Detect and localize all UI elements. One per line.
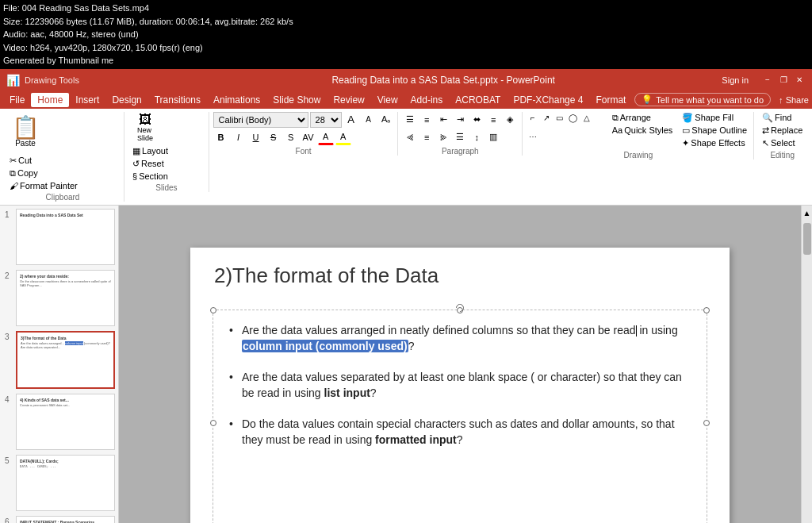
highlight-button[interactable]: A xyxy=(335,129,351,145)
slide-3-body: Are the data values arranged... column i… xyxy=(21,341,110,349)
scroll-up-button[interactable]: ▲ xyxy=(802,206,812,221)
increase-font-button[interactable]: A xyxy=(343,112,359,128)
char-spacing-button[interactable]: AV xyxy=(301,129,316,145)
align-right-button[interactable]: ⫸ xyxy=(435,129,451,145)
font-controls: Calibri (Body) 28 A A Aₐ B I U S S AV xyxy=(213,112,394,145)
text-shadow-button[interactable]: S xyxy=(283,129,299,145)
menu-animations[interactable]: Animations xyxy=(207,93,266,107)
layout-icon: ▦ xyxy=(132,146,140,156)
line-spacing-button[interactable]: ↕ xyxy=(469,129,485,145)
restore-button[interactable]: ❐ xyxy=(777,74,790,87)
menu-format[interactable]: Format xyxy=(589,93,632,107)
arrange-button[interactable]: ⧉ Arrange xyxy=(609,112,676,124)
decrease-font-button[interactable]: A xyxy=(361,112,377,128)
find-button[interactable]: 🔍 Find xyxy=(759,112,806,124)
align-text-button[interactable]: ≡ xyxy=(485,112,501,128)
strikethrough-button[interactable]: S xyxy=(266,129,282,145)
section-button[interactable]: § Section xyxy=(129,171,171,182)
shape-oval[interactable]: ◯ xyxy=(567,112,580,125)
shape-effects-button[interactable]: ✦ Shape Effects xyxy=(679,137,750,149)
vertical-scrollbar[interactable]: ▲ ▼ xyxy=(801,206,812,524)
slide-body-box[interactable]: Are the data values arranged in neatly d… xyxy=(213,310,707,523)
menu-slideshow[interactable]: Slide Show xyxy=(266,93,327,107)
sign-in-button[interactable]: Sign in xyxy=(722,75,749,85)
convert-smartart-button[interactable]: ◈ xyxy=(502,112,518,128)
layout-button[interactable]: ▦ Layout xyxy=(129,145,171,157)
justify-button[interactable]: ☰ xyxy=(452,129,468,145)
menu-review[interactable]: Review xyxy=(327,93,370,107)
select-button[interactable]: ↖ Select xyxy=(759,137,806,149)
bold-list-input: list input xyxy=(324,386,370,399)
align-left-button[interactable]: ⫷ xyxy=(402,129,418,145)
indent-increase-button[interactable]: ⇥ xyxy=(452,112,468,128)
menu-home[interactable]: Home xyxy=(31,93,69,107)
slide-num-4: 4 xyxy=(5,395,10,404)
menu-addins[interactable]: Add-ins xyxy=(404,93,450,107)
slide-thumb-5[interactable]: DATA(NULL); Cards; DATA ... CARDS; ... xyxy=(16,455,115,511)
paste-button[interactable]: 📋 Paste xyxy=(6,112,44,153)
menu-view[interactable]: View xyxy=(371,93,404,107)
clear-format-button[interactable]: Aₐ xyxy=(378,112,394,128)
slide-thumb-6[interactable]: INPUT STATEMENT : Banana Scenarios xyxy=(16,516,115,524)
text-direction-button[interactable]: ⬌ xyxy=(469,112,485,128)
reset-button[interactable]: ↺ Reset xyxy=(129,158,171,170)
columns-button[interactable]: ▥ xyxy=(485,129,501,145)
font-name-select[interactable]: Calibri (Body) xyxy=(213,112,308,128)
rotate-handle[interactable] xyxy=(454,302,466,314)
shape-line[interactable]: ⌐ xyxy=(527,112,539,125)
drawing-label: Drawing xyxy=(624,151,653,160)
replace-button[interactable]: ⇄ Replace xyxy=(759,125,806,137)
menu-transitions[interactable]: Transitions xyxy=(148,93,207,107)
slide-2-body: On the classroom machines there is a som… xyxy=(20,279,111,287)
slide-4-preview: 4) Kinds of SAS data set... Create a per… xyxy=(18,396,113,448)
scroll-thumb[interactable] xyxy=(803,223,811,255)
slide-2-preview: 2) where your data reside: On the classr… xyxy=(18,272,113,324)
copy-button[interactable]: ⧉ Copy xyxy=(6,167,81,179)
handle-mr[interactable] xyxy=(703,420,710,426)
shape-more[interactable]: ⋯ xyxy=(527,131,539,144)
cut-button[interactable]: ✂ Cut xyxy=(6,155,81,167)
shape-arrow[interactable]: ↗ xyxy=(540,112,553,125)
align-center-button[interactable]: ≡ xyxy=(419,129,435,145)
close-button[interactable]: ✕ xyxy=(793,74,806,87)
handle-tr[interactable] xyxy=(703,307,710,313)
menu-insert[interactable]: Insert xyxy=(69,93,105,107)
menu-file[interactable]: File xyxy=(3,93,31,107)
handle-tl[interactable] xyxy=(210,307,216,313)
bold-button[interactable]: B xyxy=(213,129,229,145)
slide-thumb-2[interactable]: 2) where your data reside: On the classr… xyxy=(16,270,115,326)
quick-styles-button[interactable]: Aa Quick Styles xyxy=(609,125,676,136)
menu-design[interactable]: Design xyxy=(105,93,147,107)
italic-button[interactable]: I xyxy=(231,129,247,145)
underline-button[interactable]: U xyxy=(248,129,264,145)
slides-label: Slides xyxy=(155,183,177,192)
shape-outline-button[interactable]: ▭ Shape Outline xyxy=(679,125,750,137)
share-button[interactable]: ↑ Share xyxy=(779,95,809,105)
numbered-list-button[interactable]: ≡ xyxy=(419,112,435,128)
handle-ml[interactable] xyxy=(210,420,216,426)
menu-acrobat[interactable]: ACROBAT xyxy=(449,93,507,107)
shape-rect[interactable]: ▭ xyxy=(553,112,566,125)
font-color-button[interactable]: A xyxy=(318,129,334,145)
font-size-select[interactable]: 28 xyxy=(310,112,342,128)
indent-decrease-button[interactable]: ⇤ xyxy=(435,112,451,128)
menu-pdfxchange[interactable]: PDF-XChange 4 xyxy=(507,93,589,107)
bullet-list-button[interactable]: ☰ xyxy=(402,112,418,128)
slide-3-title: 3)The format of the Data xyxy=(21,336,110,340)
arrange-icon: ⧉ xyxy=(612,113,619,123)
format-painter-button[interactable]: 🖌 Format Painter xyxy=(6,180,81,191)
tell-me-box[interactable]: 💡 Tell me what you want to do xyxy=(634,93,771,106)
slide-thumb-1[interactable]: Reading Data into a SAS Data Set xyxy=(16,209,115,265)
new-slide-button[interactable]: 🖼 NewSlide xyxy=(129,112,161,144)
slide-thumb-4[interactable]: 4) Kinds of SAS data set... Create a per… xyxy=(16,394,115,450)
copy-icon: ⧉ xyxy=(10,168,16,179)
copy-label: Copy xyxy=(17,168,38,178)
slide-canvas[interactable]: 2)The format of the Data Are the data va… xyxy=(190,248,730,523)
ribbon-group-editing: 🔍 Find ⇄ Replace ↖ Select Editing xyxy=(754,112,810,160)
slide-thumb-3[interactable]: 3)The format of the Data Are the data va… xyxy=(16,331,115,389)
minimize-button[interactable]: − xyxy=(761,74,774,87)
shape-fill-button[interactable]: 🪣 Shape Fill xyxy=(679,112,750,124)
shape-triangle[interactable]: △ xyxy=(580,112,593,125)
info-line5: Generated by Thumbnail me xyxy=(3,54,809,67)
paragraph-label: Paragraph xyxy=(442,147,479,156)
